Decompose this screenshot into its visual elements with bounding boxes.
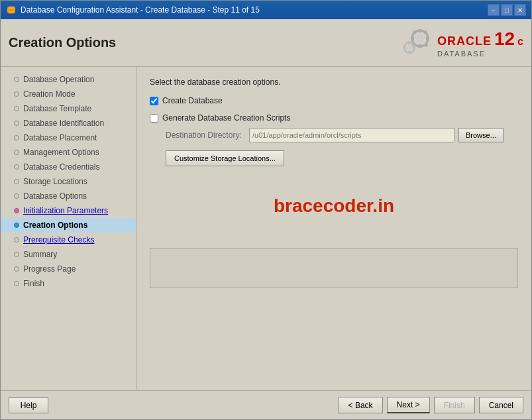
sidebar-dot-progress-page bbox=[14, 266, 19, 272]
oracle-name-block: ORACLE 12c DATABASE bbox=[437, 28, 523, 58]
back-button[interactable]: < Back bbox=[339, 397, 383, 413]
sidebar-item-database-credentials: Database Credentials bbox=[1, 160, 136, 174]
sidebar-item-management-options: Management Options bbox=[1, 145, 136, 160]
sidebar-label-database-credentials: Database Credentials bbox=[23, 162, 99, 172]
sidebar-item-creation-options: Creation Options bbox=[1, 218, 136, 233]
sidebar-label-initialization-parameters: Initialization Parameters bbox=[23, 206, 108, 215]
sidebar-item-database-options: Database Options bbox=[1, 189, 136, 203]
header-bar: Creation Options bbox=[1, 19, 531, 67]
main-content: Database Operation Creation Mode Databas… bbox=[1, 67, 531, 390]
sidebar-item-database-template: Database Template bbox=[1, 101, 136, 116]
destination-directory-input[interactable] bbox=[249, 128, 454, 142]
browse-button[interactable]: Browse... bbox=[458, 128, 504, 142]
svg-rect-16 bbox=[407, 41, 411, 44]
svg-point-5 bbox=[416, 34, 424, 42]
sidebar-dot-prerequisite-checks bbox=[14, 237, 19, 242]
page-title: Creation Options bbox=[9, 35, 116, 50]
title-bar-controls: – □ ✕ bbox=[488, 4, 526, 16]
destination-directory-row: Destination Directory: Browse... bbox=[166, 128, 518, 142]
sidebar-label-database-identification: Database Identification bbox=[23, 119, 104, 128]
finish-button[interactable]: Finish bbox=[434, 397, 475, 413]
window-title: Database Configuration Assistant - Creat… bbox=[21, 5, 260, 15]
sidebar-label-progress-page: Progress Page bbox=[23, 264, 76, 274]
svg-rect-8 bbox=[411, 36, 414, 40]
footer-right: < Back Next > Finish Cancel bbox=[339, 397, 523, 413]
sidebar-dot-database-template bbox=[14, 106, 19, 111]
svg-rect-9 bbox=[426, 36, 429, 40]
sidebar-dot-database-operation bbox=[14, 77, 19, 82]
oracle-logo: ORACLE 12c DATABASE bbox=[395, 26, 523, 60]
sidebar-dot-storage-locations bbox=[14, 179, 19, 184]
generate-scripts-row: Generate Database Creation Scripts bbox=[150, 113, 518, 123]
oracle-brand-row: ORACLE 12c bbox=[437, 28, 523, 50]
sidebar-label-prerequisite-checks: Prerequisite Checks bbox=[23, 235, 94, 244]
sidebar-label-management-options: Management Options bbox=[23, 148, 99, 157]
close-button[interactable]: ✕ bbox=[514, 4, 526, 16]
sidebar-item-database-placement: Database Placement bbox=[1, 131, 136, 145]
sidebar-dot-database-identification bbox=[14, 121, 19, 126]
oracle-version-suffix: c bbox=[517, 36, 523, 48]
sidebar-label-storage-locations: Storage Locations bbox=[23, 177, 87, 186]
footer-left: Help bbox=[9, 397, 48, 413]
oracle-brand: ORACLE bbox=[437, 34, 492, 48]
maximize-button[interactable]: □ bbox=[501, 4, 513, 16]
gears-icon bbox=[395, 26, 435, 60]
sidebar-item-prerequisite-checks[interactable]: Prerequisite Checks bbox=[1, 233, 136, 247]
watermark: bracecoder.in bbox=[150, 166, 518, 246]
sidebar-label-database-template: Database Template bbox=[23, 104, 91, 113]
sidebar-dot-initialization-parameters bbox=[14, 208, 19, 213]
sidebar-item-progress-page: Progress Page bbox=[1, 262, 136, 276]
minimize-button[interactable]: – bbox=[488, 4, 500, 16]
sidebar: Database Operation Creation Mode Databas… bbox=[1, 67, 136, 390]
sidebar-label-creation-mode: Creation Mode bbox=[23, 89, 76, 99]
sidebar-item-storage-locations: Storage Locations bbox=[1, 174, 136, 189]
content-area: Select the database creation options. Cr… bbox=[136, 67, 531, 390]
sidebar-label-finish: Finish bbox=[23, 279, 44, 288]
help-button[interactable]: Help bbox=[9, 397, 48, 413]
svg-rect-6 bbox=[418, 29, 422, 32]
sidebar-dot-database-placement bbox=[14, 135, 19, 140]
sidebar-item-creation-mode: Creation Mode bbox=[1, 87, 136, 101]
svg-point-15 bbox=[407, 45, 412, 50]
oracle-database-label: DATABASE bbox=[437, 50, 486, 58]
sidebar-item-database-identification: Database Identification bbox=[1, 116, 136, 131]
sidebar-label-database-placement: Database Placement bbox=[23, 133, 97, 142]
sidebar-item-finish: Finish bbox=[1, 276, 136, 291]
title-bar-left: Database Configuration Assistant - Creat… bbox=[6, 5, 260, 15]
sidebar-item-summary: Summary bbox=[1, 247, 136, 262]
sidebar-dot-database-options bbox=[14, 193, 19, 199]
sidebar-dot-database-credentials bbox=[14, 164, 19, 170]
sidebar-dot-creation-mode bbox=[14, 91, 19, 97]
footer: Help < Back Next > Finish Cancel bbox=[1, 390, 531, 419]
sidebar-item-initialization-parameters[interactable]: Initialization Parameters bbox=[1, 203, 136, 218]
svg-rect-17 bbox=[407, 51, 411, 54]
svg-rect-7 bbox=[418, 44, 422, 48]
sidebar-label-database-options: Database Options bbox=[23, 191, 87, 201]
create-database-checkbox[interactable] bbox=[150, 97, 158, 105]
sidebar-label-creation-options: Creation Options bbox=[23, 221, 87, 230]
customize-storage-button[interactable]: Customize Storage Locations... bbox=[166, 150, 284, 166]
sidebar-dot-summary bbox=[14, 252, 19, 257]
main-window: Database Configuration Assistant - Creat… bbox=[0, 0, 532, 420]
svg-rect-13 bbox=[423, 42, 428, 47]
oracle-gear-area: ORACLE 12c DATABASE bbox=[395, 26, 523, 60]
cancel-button[interactable]: Cancel bbox=[479, 397, 523, 413]
create-database-row: Create Database bbox=[150, 96, 518, 105]
generate-scripts-checkbox[interactable] bbox=[150, 114, 158, 123]
generate-scripts-label[interactable]: Generate Database Creation Scripts bbox=[162, 113, 290, 123]
svg-point-2 bbox=[7, 11, 15, 14]
title-bar: Database Configuration Assistant - Creat… bbox=[1, 1, 531, 19]
sidebar-dot-finish bbox=[14, 281, 19, 286]
next-button[interactable]: Next > bbox=[387, 397, 430, 413]
destination-directory-label: Destination Directory: bbox=[166, 131, 245, 140]
sidebar-dot-creation-options bbox=[14, 223, 19, 228]
oracle-version: 12 bbox=[494, 28, 515, 50]
notes-area bbox=[150, 248, 518, 288]
sidebar-item-database-operation: Database Operation bbox=[1, 72, 136, 87]
sidebar-label-summary: Summary bbox=[23, 250, 57, 259]
app-icon bbox=[6, 5, 17, 15]
sidebar-label-database-operation: Database Operation bbox=[23, 75, 94, 84]
create-database-label[interactable]: Create Database bbox=[162, 96, 223, 105]
svg-rect-19 bbox=[413, 46, 415, 49]
content-instruction: Select the database creation options. bbox=[150, 78, 518, 87]
